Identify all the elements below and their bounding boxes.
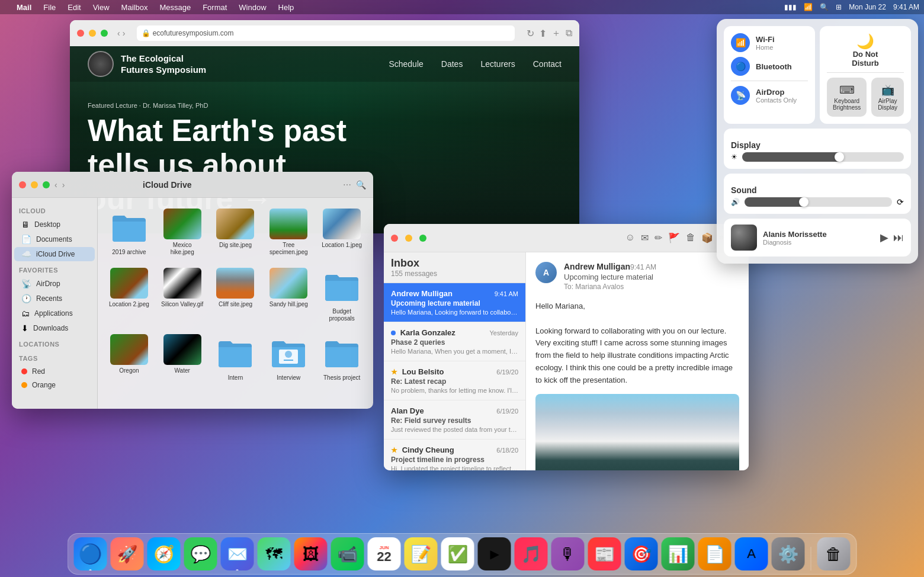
- compose-icon[interactable]: ☺: [625, 232, 635, 243]
- dock-notes[interactable]: 📝: [405, 537, 438, 570]
- playback-controls[interactable]: ▶ ⏭: [880, 231, 904, 244]
- reply-icon[interactable]: ✉: [641, 232, 649, 243]
- dock-trash[interactable]: 🗑: [817, 537, 851, 570]
- dock-reminders[interactable]: ✅: [441, 537, 474, 570]
- archive-icon[interactable]: 📦: [701, 232, 713, 243]
- sidebar-item-icloud-drive[interactable]: ☁️ iCloud Drive: [14, 247, 95, 261]
- file-dig-site[interactable]: Dig site.jpeg: [211, 205, 260, 259]
- search-icon[interactable]: 🔍: [820, 3, 829, 11]
- close-button[interactable]: [77, 30, 84, 37]
- file-mexico-hike[interactable]: Mexico hike.jpeg: [158, 205, 207, 259]
- mail-item-lou[interactable]: ★ Lou Belsito 6/19/20 Re: Latest recap N…: [384, 361, 525, 400]
- dock-pages[interactable]: 📄: [698, 537, 732, 570]
- menu-view[interactable]: View: [88, 3, 114, 12]
- volume-slider[interactable]: [745, 197, 892, 207]
- finder-forward-icon[interactable]: ›: [62, 180, 65, 190]
- browser-nav[interactable]: ‹ ›: [117, 28, 125, 38]
- share-icon[interactable]: ⬆: [539, 28, 547, 39]
- file-cliff-site[interactable]: Cliff site.jpeg: [211, 264, 260, 326]
- sidebar-item-desktop[interactable]: 🖥 Desktop: [14, 217, 95, 232]
- finder-close[interactable]: [19, 181, 26, 188]
- sidebar-item-recents[interactable]: 🕐 Recents: [14, 291, 95, 306]
- keyboard-brightness-btn[interactable]: ⌨ Keyboard Brightness: [827, 78, 867, 117]
- file-oregon[interactable]: Oregon: [105, 331, 153, 385]
- cc-dnd-card[interactable]: 🌙 Do Not Disturb ⌨ Keyboard Brightness 📺…: [820, 26, 911, 124]
- menu-mailbox[interactable]: Mailbox: [117, 3, 153, 12]
- brightness-slider[interactable]: [742, 152, 904, 162]
- file-sandy-hill[interactable]: Sandy hill.jpeg: [264, 264, 313, 326]
- nav-dates[interactable]: Dates: [441, 59, 463, 69]
- control-center-icon[interactable]: ⊞: [836, 3, 842, 11]
- dock-appstore[interactable]: A: [735, 537, 768, 570]
- add-tab-icon[interactable]: ＋: [551, 27, 561, 40]
- mail-item-cindy[interactable]: ★ Cindy Cheung 6/18/20 Project timeline …: [384, 440, 525, 470]
- dock-numbers[interactable]: 📊: [662, 537, 695, 570]
- menu-file[interactable]: File: [38, 3, 60, 12]
- fullscreen-button[interactable]: [101, 30, 108, 37]
- sidebar-item-airdrop[interactable]: 📡 AirDrop: [14, 277, 95, 291]
- menu-mail[interactable]: Mail: [12, 3, 36, 12]
- menu-help[interactable]: Help: [274, 3, 299, 12]
- dock-launchpad[interactable]: 🚀: [111, 537, 144, 570]
- file-2019-archive[interactable]: 2019 archive: [105, 205, 153, 259]
- file-thesis-project[interactable]: Thesis project: [317, 331, 366, 385]
- sidebar-icon[interactable]: ⧉: [566, 28, 572, 39]
- dock-maps[interactable]: 🗺: [258, 537, 291, 570]
- dock-facetime[interactable]: 📹: [331, 537, 364, 570]
- dock-systemprefs[interactable]: ⚙️: [772, 537, 805, 570]
- file-water[interactable]: Water: [158, 331, 207, 385]
- file-budget-proposals[interactable]: Budget proposals: [317, 264, 366, 326]
- cc-bluetooth-row[interactable]: 🔵 Bluetooth: [731, 57, 808, 76]
- cc-wifi-row[interactable]: 📶 Wi-Fi Home: [731, 33, 808, 52]
- file-location1[interactable]: Location 1.jpeg: [317, 205, 366, 259]
- nav-schedule[interactable]: Schedule: [389, 59, 423, 69]
- finder-fullscreen[interactable]: [43, 181, 50, 188]
- file-silicon-valley[interactable]: Silicon Valley.gif: [158, 264, 207, 326]
- sidebar-item-orange-tag[interactable]: Orange: [14, 379, 95, 392]
- play-icon[interactable]: ▶: [880, 231, 888, 244]
- forward-icon[interactable]: ›: [123, 28, 126, 38]
- finder-back-icon[interactable]: ‹: [54, 180, 57, 190]
- back-icon[interactable]: ‹: [117, 28, 120, 38]
- menu-message[interactable]: Message: [155, 3, 195, 12]
- file-interview[interactable]: Interview: [264, 331, 313, 385]
- sidebar-item-downloads[interactable]: ⬇ Downloads: [14, 321, 95, 335]
- cc-airdrop-row[interactable]: 📡 AirDrop Contacts Only: [731, 86, 808, 105]
- dock-appletv[interactable]: ▶: [478, 537, 511, 570]
- mail-item-alan[interactable]: Alan Dye 6/19/20 Re: Field survey result…: [384, 400, 525, 440]
- dock-calendar[interactable]: JUN 22: [368, 537, 401, 570]
- volume-adjust-icon[interactable]: ⟳: [897, 197, 904, 207]
- reload-icon[interactable]: ↻: [527, 28, 534, 39]
- mail-item-karla[interactable]: Karla Gonzalez Yesterday Phase 2 queries…: [384, 322, 525, 361]
- sidebar-item-documents[interactable]: 📄 Documents: [14, 232, 95, 246]
- finder-minimize[interactable]: [31, 181, 38, 188]
- dock-news[interactable]: 📰: [588, 537, 621, 570]
- mail-minimize[interactable]: [405, 235, 412, 242]
- nav-contact[interactable]: Contact: [533, 59, 562, 69]
- address-bar[interactable]: 🔒 ecofuturesymposium.com: [137, 25, 515, 41]
- file-intern[interactable]: Intern: [211, 331, 260, 385]
- dock-safari[interactable]: 🧭: [147, 537, 181, 570]
- finder-search-icon[interactable]: 🔍: [356, 180, 366, 190]
- dock-finder[interactable]: 🔵: [74, 537, 107, 570]
- dock-podcasts[interactable]: 🎙: [551, 537, 585, 570]
- mail-close[interactable]: [391, 235, 398, 242]
- sidebar-item-applications[interactable]: 🗂 Applications: [14, 306, 95, 320]
- nav-lecturers[interactable]: Lecturers: [480, 59, 515, 69]
- finder-view-options[interactable]: ⋯: [343, 180, 351, 190]
- file-location2[interactable]: Location 2.jpeg: [105, 264, 153, 326]
- site-nav[interactable]: Schedule Dates Lecturers Contact: [389, 59, 562, 69]
- minimize-button[interactable]: [89, 30, 96, 37]
- menu-window[interactable]: Window: [234, 3, 271, 12]
- sidebar-item-red-tag[interactable]: Red: [14, 365, 95, 378]
- airplay-display-btn[interactable]: 📺 AirPlay Display: [871, 78, 904, 117]
- dock-mail[interactable]: ✉️: [221, 537, 254, 570]
- mail-fullscreen[interactable]: [419, 235, 426, 242]
- dock-music[interactable]: 🎵: [515, 537, 548, 570]
- dnd-section[interactable]: 🌙 Do Not Disturb: [827, 33, 904, 68]
- file-tree-specimen[interactable]: Tree specimen.jpeg: [264, 205, 313, 259]
- menu-format[interactable]: Format: [198, 3, 232, 12]
- dock-messages[interactable]: 💬: [184, 537, 217, 570]
- flag-icon[interactable]: 🚩: [668, 232, 680, 243]
- skip-icon[interactable]: ⏭: [893, 232, 904, 244]
